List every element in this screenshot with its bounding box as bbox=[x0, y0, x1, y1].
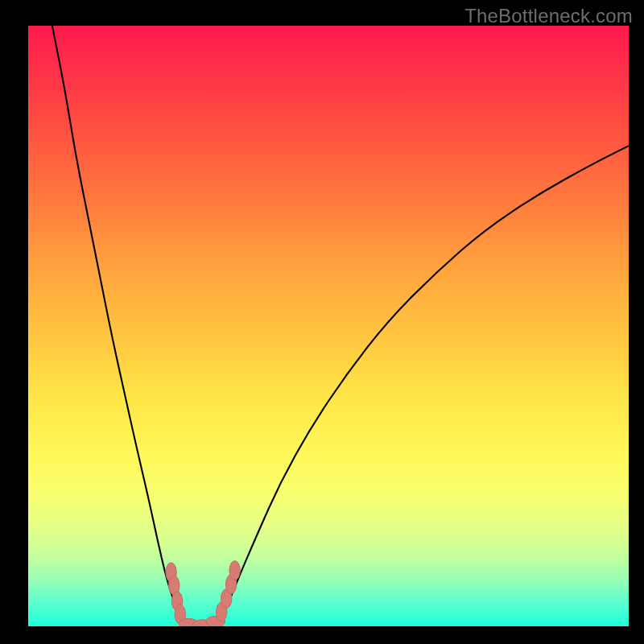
chart-frame: TheBottleneck.com bbox=[0, 0, 644, 644]
left-curve bbox=[52, 26, 188, 626]
right-curve bbox=[217, 146, 629, 626]
chart-plot-area bbox=[28, 26, 629, 626]
chart-svg bbox=[28, 26, 629, 626]
watermark-text: TheBottleneck.com bbox=[464, 5, 633, 27]
marker-group bbox=[166, 561, 241, 626]
data-marker bbox=[229, 561, 240, 580]
